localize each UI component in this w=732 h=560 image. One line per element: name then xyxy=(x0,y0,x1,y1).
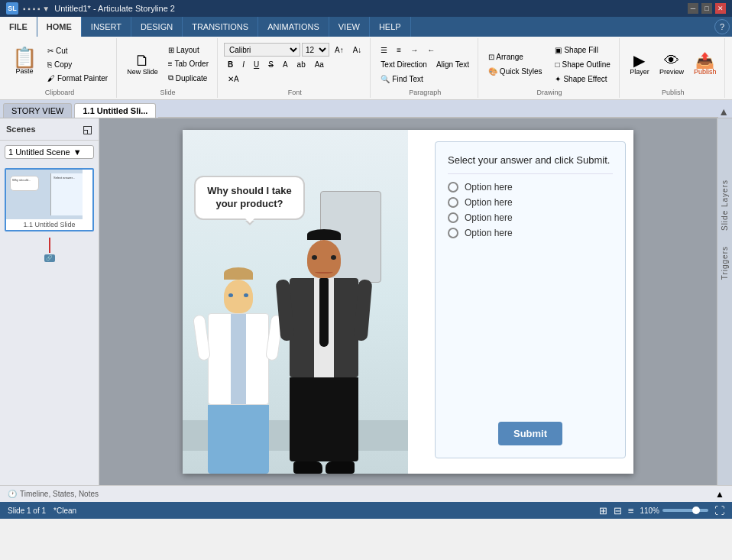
status-left: Slide 1 of 1 *Clean xyxy=(8,507,76,515)
paste-button[interactable]: 📋 Paste xyxy=(8,44,41,85)
slide-layers-label: Slide Layers xyxy=(721,180,729,231)
quiz-panel: Select your answer and click Submit. Opt… xyxy=(435,141,626,458)
doctor-coat xyxy=(208,313,269,405)
slide-view-tab[interactable]: 1.1 Untitled Sli... xyxy=(74,103,156,118)
zoom-slider[interactable] xyxy=(662,509,708,512)
font-controls: Calibri 12 A↑ A↓ B I U S A ab xyxy=(224,43,365,86)
grid-view-button[interactable]: ⊞ xyxy=(599,505,607,516)
close-button[interactable]: ✕ xyxy=(715,3,726,14)
player-button[interactable]: ▶ Player xyxy=(626,50,653,79)
preview-button[interactable]: 👁 Preview xyxy=(656,50,688,79)
fit-page-button[interactable]: ⛶ xyxy=(714,505,724,516)
right-sidebar: Slide Layers Triggers xyxy=(717,118,732,485)
quiz-option-4[interactable]: Option here xyxy=(448,228,613,238)
preview-icon: 👁 xyxy=(664,53,679,68)
new-slide-button[interactable]: 🗋 New Slide xyxy=(123,50,162,79)
tab-order-button[interactable]: ≡ Tab Order xyxy=(164,57,212,70)
numbered-list-button[interactable]: ≡ xyxy=(393,44,405,57)
tab-home[interactable]: HOME xyxy=(37,17,82,37)
font-size-label-button[interactable]: Aa xyxy=(311,58,328,71)
tab-transitions[interactable]: TRANSITIONS xyxy=(183,17,258,37)
tab-file[interactable]: FILE xyxy=(0,17,37,37)
submit-button[interactable]: Submit xyxy=(498,422,562,445)
clipboard-label: Clipboard xyxy=(45,89,75,96)
drawing-group-label: Drawing xyxy=(536,89,562,96)
layout-button[interactable]: ⊞ Layout xyxy=(164,44,212,57)
quick-styles-button[interactable]: 🎨 Quick Styles xyxy=(484,65,546,78)
quiz-radio-2[interactable] xyxy=(448,197,458,208)
quiz-radio-1[interactable] xyxy=(448,182,458,193)
slide-dot xyxy=(49,238,50,253)
doctor-scrubs-shirt xyxy=(231,314,246,404)
publish-group: ▶ Player 👁 Preview 📤 Publish Publish xyxy=(621,38,726,98)
clear-format-button[interactable]: ✕A xyxy=(224,73,243,86)
grid-view-button-2[interactable]: ⊟ xyxy=(614,505,622,516)
maximize-button[interactable]: □ xyxy=(701,3,712,14)
shape-fill-button[interactable]: ▣ Shape Fill xyxy=(551,44,614,57)
copy-button[interactable]: ⎘ Copy xyxy=(44,58,112,71)
quiz-option-1[interactable]: Option here xyxy=(448,182,613,193)
highlight-button[interactable]: ab xyxy=(293,58,309,71)
bullet-list-button[interactable]: ☰ xyxy=(377,44,391,57)
quiz-option-label-4: Option here xyxy=(465,228,513,238)
decrease-font-button[interactable]: A↓ xyxy=(349,44,366,57)
arrange-button[interactable]: ⊡ Arrange xyxy=(484,50,546,63)
duplicate-button[interactable]: ⧉ Duplicate xyxy=(164,71,212,85)
quiz-radio-4[interactable] xyxy=(448,228,458,238)
quiz-option-3[interactable]: Option here xyxy=(448,212,613,223)
font-size-select[interactable]: 12 xyxy=(302,43,329,57)
drawing-controls: ⊡ Arrange 🎨 Quick Styles xyxy=(484,50,546,78)
italic-button[interactable]: I xyxy=(238,58,248,71)
thumb-panel: Select answer... xyxy=(50,173,83,215)
collapse-scenes-button[interactable]: ◱ xyxy=(83,123,92,135)
doctor-eye-right xyxy=(244,293,248,297)
strikethrough-button[interactable]: S xyxy=(264,58,277,71)
align-text-button[interactable]: Align Text xyxy=(432,58,473,71)
outdent-button[interactable]: ← xyxy=(423,44,439,57)
font-color-button[interactable]: A xyxy=(279,58,292,71)
main-area: Scenes ◱ 1 Untitled Scene ▼ Why should..… xyxy=(0,118,732,485)
shape-outline-button[interactable]: □ Shape Outline xyxy=(551,58,614,71)
tab-view[interactable]: VIEW xyxy=(329,17,370,37)
underline-button[interactable]: U xyxy=(250,58,263,71)
bold-button[interactable]: B xyxy=(224,58,237,71)
tab-help[interactable]: HELP xyxy=(370,17,411,37)
shape-effect-button[interactable]: ✦ Shape Effect xyxy=(551,73,614,86)
font-row-1: Calibri 12 A↑ A↓ xyxy=(224,43,365,57)
tab-animations[interactable]: ANIMATIONS xyxy=(258,17,329,37)
paste-icon: 📋 xyxy=(12,47,37,67)
salesman-smile xyxy=(315,270,333,274)
find-text-button[interactable]: 🔍 Find Text xyxy=(377,73,426,86)
publish-button[interactable]: 📤 Publish xyxy=(690,50,721,79)
zoom-control: 110% xyxy=(640,507,708,515)
increase-font-button[interactable]: A↑ xyxy=(331,44,348,57)
doctor-head xyxy=(224,280,253,313)
status-bar: Slide 1 of 1 *Clean ⊞ ⊟ ≡ 110% ⛶ xyxy=(0,502,732,519)
doctor-figure xyxy=(202,267,274,474)
tab-design[interactable]: DESIGN xyxy=(131,17,183,37)
minimize-button[interactable]: ─ xyxy=(688,3,698,14)
slide-thumbnail[interactable]: Why should... Select answer... 1.1 Untit… xyxy=(5,168,94,231)
tab-insert[interactable]: INSERT xyxy=(82,17,131,37)
expand-timeline-button[interactable]: ▲ xyxy=(715,489,724,500)
expand-button[interactable]: ▲ xyxy=(718,105,729,118)
window-title: Untitled1* - Articulate Storyline 2 xyxy=(54,4,175,13)
scene-dropdown[interactable]: 1 Untitled Scene ▼ xyxy=(5,145,94,159)
slide-canvas[interactable]: Why should I take your product? xyxy=(183,130,633,474)
story-view-tab[interactable]: STORY VIEW xyxy=(3,103,72,118)
scenes-header: Scenes ◱ xyxy=(0,118,99,141)
format-painter-button[interactable]: 🖌 Format Painter xyxy=(44,72,112,85)
slide-left-bg: Why should I take your product? xyxy=(183,130,408,474)
text-direction-button[interactable]: Text Direction xyxy=(377,58,431,71)
font-family-select[interactable]: Calibri xyxy=(224,43,300,57)
quiz-radio-3[interactable] xyxy=(448,212,458,223)
grid-view-button-3[interactable]: ≡ xyxy=(628,505,634,516)
salesman-tie xyxy=(319,278,329,347)
publish-group-label: Publish xyxy=(662,89,685,96)
indent-button[interactable]: → xyxy=(406,44,422,57)
quiz-option-2[interactable]: Option here xyxy=(448,197,613,208)
cut-button[interactable]: ✂ Cut xyxy=(44,44,112,57)
slide-indicator: 🔗 xyxy=(0,236,99,264)
help-button[interactable]: ? xyxy=(714,19,730,34)
view-tabs: STORY VIEW 1.1 Untitled Sli... ▲ xyxy=(0,100,732,118)
